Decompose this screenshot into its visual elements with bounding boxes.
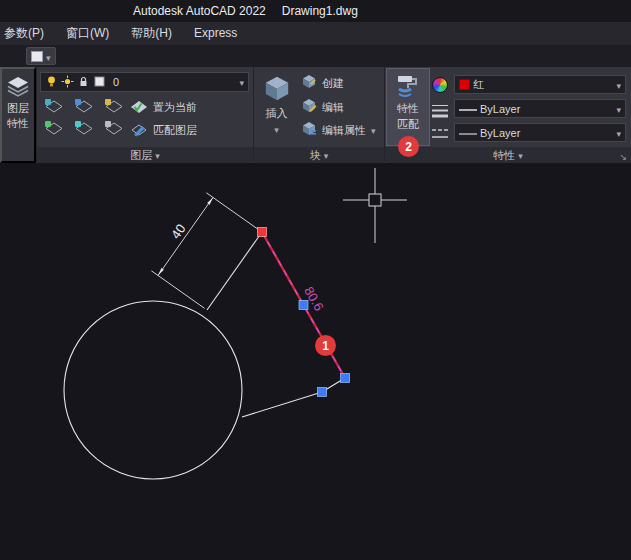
set-current-layer-button[interactable]: 置为当前	[130, 97, 250, 118]
tool-palette-icon	[31, 51, 43, 62]
layer-tool-button-3[interactable]	[104, 98, 124, 117]
layer-tool-button-1[interactable]	[44, 98, 64, 117]
pickbox	[369, 194, 381, 206]
cad-viewport: 40 80.6	[0, 163, 631, 560]
chevron-down-icon	[324, 149, 329, 161]
top-edge-line[interactable]	[207, 232, 262, 310]
chevron-down-icon	[371, 124, 376, 136]
match-properties-label-2: 匹配	[397, 117, 419, 132]
linetype-select[interactable]: ByLayer	[454, 123, 626, 142]
crosshair-cursor	[343, 168, 407, 243]
properties-panel: 特性 匹配 2 红 ByLayer	[385, 67, 631, 163]
app-title: Autodesk AutoCAD 2022	[133, 4, 266, 18]
lineweight-icon[interactable]	[431, 103, 449, 119]
layer-tools-grid	[39, 96, 129, 140]
annotation-badge-2: 2	[398, 136, 419, 157]
annotation-badge-1: 1	[315, 335, 336, 356]
edit-attributes-button[interactable]: 编辑属性	[301, 120, 383, 140]
document-title: Drawing1.dwg	[282, 4, 358, 18]
match-properties-button[interactable]: 特性 匹配	[387, 69, 429, 145]
chevron-down-icon	[616, 127, 621, 139]
object-color-value: 红	[473, 77, 484, 92]
autocad-window: Autodesk AutoCAD 2022 Drawing1.dwg 参数(P)…	[0, 0, 631, 560]
properties-panel-label[interactable]: 特性	[385, 147, 631, 163]
chevron-down-icon	[46, 49, 51, 64]
line-sample-icon	[459, 103, 477, 115]
toolbar-row	[0, 45, 631, 67]
edit-attributes-label: 编辑属性	[322, 123, 366, 138]
end-grip[interactable]	[341, 374, 350, 383]
insert-block-label: 插入	[266, 106, 288, 121]
grips	[258, 228, 350, 397]
menu-item-help[interactable]: 帮助(H)	[120, 22, 183, 45]
match-layer-label: 匹配图层	[153, 123, 197, 138]
panel-dialog-launcher-icon[interactable]: ↘	[619, 152, 627, 162]
edit-block-label: 编辑	[322, 100, 344, 115]
block-panel-label-text: 块	[310, 148, 321, 163]
layer-tool-button-4[interactable]	[44, 120, 64, 139]
edit-attributes-icon	[301, 121, 317, 139]
object-color-select[interactable]: 红	[454, 75, 626, 94]
block-panel: 插入 创建 编辑 编辑属性	[254, 67, 384, 163]
shape-geometry[interactable]	[64, 232, 345, 479]
menu-bar: 参数(P) 窗口(W) 帮助(H) Express	[0, 22, 631, 45]
chevron-down-icon	[155, 149, 160, 161]
layers-stack-icon	[6, 76, 30, 101]
quick-access-dropdown-button[interactable]	[26, 47, 56, 65]
line-sample-icon	[459, 127, 477, 139]
red-color-swatch-icon	[459, 79, 470, 90]
edit-block-button[interactable]: 编辑	[301, 97, 381, 117]
linetype-value: ByLayer	[480, 127, 520, 139]
match-properties-label-1: 特性	[397, 101, 419, 116]
create-block-button[interactable]: 创建	[301, 73, 381, 93]
insert-block-icon	[263, 74, 291, 104]
match-properties-brush-icon	[395, 72, 421, 100]
match-layer-icon	[130, 123, 148, 139]
menu-item-parameters[interactable]: 参数(P)	[1, 22, 55, 45]
chevron-down-icon	[239, 76, 244, 88]
chevron-down-icon	[616, 103, 621, 115]
menu-item-window[interactable]: 窗口(W)	[55, 22, 120, 45]
layer-properties-label-1: 图层	[7, 101, 29, 116]
linetype-icon[interactable]	[431, 126, 449, 142]
edit-block-icon	[301, 98, 317, 116]
layer-tool-button-2[interactable]	[74, 98, 94, 117]
layer-properties-label-2: 特性	[7, 116, 29, 131]
ribbon: 图层 特性 0	[0, 67, 631, 163]
bottom-edge-line[interactable]	[242, 392, 322, 417]
layer-panel-label-text: 图层	[130, 148, 152, 163]
layer-lock-icon	[77, 75, 90, 90]
layer-freeze-sun-icon	[61, 75, 74, 90]
chevron-down-icon	[616, 79, 621, 91]
properties-panel-label-text: 特性	[493, 148, 515, 163]
title-bar: Autodesk AutoCAD 2022 Drawing1.dwg	[0, 0, 631, 22]
create-block-label: 创建	[322, 76, 344, 91]
mid-grip[interactable]	[299, 301, 308, 310]
block-panel-label[interactable]: 块	[254, 147, 384, 163]
insert-block-button[interactable]: 插入	[256, 70, 297, 146]
dimension-40-text[interactable]: 40	[168, 221, 189, 241]
drawing-area[interactable]: 40 80.6 1	[0, 163, 631, 560]
layer-on-bulb-icon	[45, 75, 58, 90]
corner-grip[interactable]	[318, 388, 327, 397]
layer-select[interactable]: 0	[40, 72, 249, 92]
lineweight-select[interactable]: ByLayer	[454, 99, 626, 118]
create-block-icon	[301, 74, 317, 92]
set-current-label: 置为当前	[153, 100, 197, 115]
layer-tool-button-6[interactable]	[104, 120, 124, 139]
layer-panel: 0	[37, 67, 253, 163]
dimension-40[interactable]	[151, 193, 259, 308]
match-layer-button[interactable]: 匹配图层	[130, 120, 250, 141]
layer-select-value: 0	[113, 76, 119, 88]
chevron-down-icon	[518, 149, 523, 161]
chevron-down-icon	[274, 123, 279, 135]
layer-color-swatch-icon	[93, 75, 106, 90]
menu-item-express[interactable]: Express	[183, 22, 248, 45]
layer-properties-button[interactable]: 图层 特性	[0, 67, 36, 163]
layer-tool-button-5[interactable]	[74, 120, 94, 139]
set-current-icon	[130, 100, 148, 116]
circle-entity[interactable]	[64, 301, 242, 479]
layer-panel-label[interactable]: 图层	[37, 147, 253, 163]
color-wheel-icon[interactable]	[432, 77, 448, 93]
hot-grip[interactable]	[258, 228, 267, 237]
